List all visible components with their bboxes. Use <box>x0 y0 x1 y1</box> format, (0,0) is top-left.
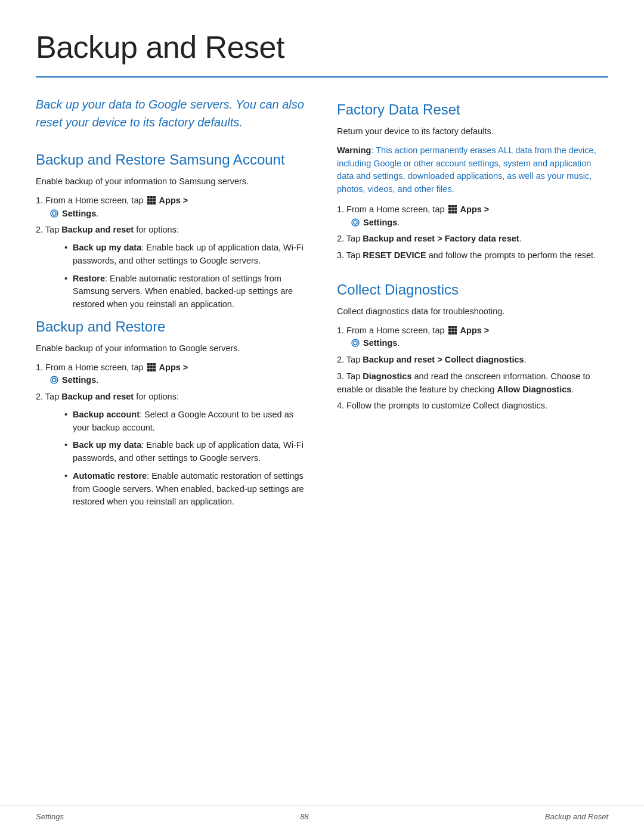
settings-icon-2 <box>49 375 59 385</box>
settings-icon-3 <box>351 218 360 227</box>
svg-rect-1 <box>150 196 153 199</box>
section-samsung-desc: Enable backup of your information to Sam… <box>36 175 307 188</box>
section-samsung-title: Backup and Restore Samsung Account <box>36 149 307 171</box>
svg-rect-5 <box>153 199 156 202</box>
footer-center: 88 <box>300 811 308 823</box>
page-container: Backup and Reset Back up your data to Go… <box>0 0 644 549</box>
google-bullet-1: Backup account: Select a Google Account … <box>66 408 307 435</box>
svg-rect-16 <box>153 366 156 368</box>
samsung-steps-list: 1. From a Home screen, tap Apps > Set <box>36 194 307 237</box>
samsung-bullet-1: Back up my data: Enable back up of appli… <box>66 241 307 268</box>
svg-rect-40 <box>451 332 454 335</box>
svg-rect-11 <box>147 363 150 366</box>
main-content: Back up your data to Google servers. You… <box>36 95 608 513</box>
svg-point-21 <box>51 376 58 383</box>
apps-icon-3 <box>448 205 457 214</box>
svg-rect-35 <box>454 326 457 329</box>
svg-rect-8 <box>153 202 156 205</box>
svg-rect-14 <box>147 366 150 368</box>
svg-rect-41 <box>454 332 457 335</box>
svg-rect-38 <box>454 329 457 332</box>
title-divider <box>36 76 608 78</box>
factory-step-3: 3. Tap RESET DEVICE and follow the promp… <box>337 249 608 262</box>
svg-rect-39 <box>448 332 451 335</box>
svg-rect-23 <box>451 205 454 208</box>
google-bullets: Backup account: Select a Google Account … <box>54 408 307 509</box>
svg-point-42 <box>354 341 357 345</box>
svg-rect-6 <box>147 202 150 205</box>
factory-reset-title: Factory Data Reset <box>337 99 608 120</box>
factory-steps-list: 1. From a Home screen, tap Apps > Settin… <box>337 203 608 262</box>
svg-rect-13 <box>153 363 156 366</box>
collect-step-4: 4. Follow the prompts to customize Colle… <box>337 400 608 413</box>
collect-step-1: 1. From a Home screen, tap Apps > Settin… <box>337 324 608 351</box>
section-google-desc: Enable backup of your information to Goo… <box>36 342 307 355</box>
svg-rect-36 <box>448 329 451 332</box>
svg-rect-19 <box>153 369 156 371</box>
svg-point-20 <box>52 378 56 382</box>
factory-warning-text: Warning: This action permanently erases … <box>337 144 608 196</box>
collect-step-2: 2. Tap Backup and reset > Collect diagno… <box>337 354 608 367</box>
svg-rect-34 <box>451 326 454 329</box>
svg-rect-33 <box>448 326 451 329</box>
page-title: Backup and Reset <box>36 24 608 70</box>
svg-rect-7 <box>150 202 153 205</box>
svg-rect-24 <box>454 205 457 208</box>
svg-rect-12 <box>150 363 153 366</box>
svg-rect-25 <box>448 208 451 210</box>
svg-rect-30 <box>454 211 457 213</box>
collect-diag-desc: Collect diagnostics data for troubleshoo… <box>337 305 608 318</box>
svg-rect-28 <box>448 211 451 213</box>
section-collect-diagnostics: Collect Diagnostics Collect diagnostics … <box>337 279 608 413</box>
section-google-backup: Backup and Restore Enable backup of your… <box>36 316 307 509</box>
google-bullet-2: Back up my data: Enable back up of appli… <box>66 439 307 465</box>
svg-point-9 <box>52 212 56 215</box>
samsung-bullets: Back up my data: Enable back up of appli… <box>54 241 307 311</box>
settings-icon-4 <box>351 338 360 348</box>
apps-icon <box>147 196 156 205</box>
svg-point-32 <box>352 219 359 226</box>
factory-reset-desc: Return your device to its factory defaul… <box>337 125 608 138</box>
svg-rect-37 <box>451 329 454 332</box>
footer-right: Backup and Reset <box>545 811 608 823</box>
svg-point-43 <box>352 339 359 346</box>
google-step-1: 1. From a Home screen, tap Apps > Set <box>36 361 307 388</box>
factory-step-2: 2. Tap Backup and reset > Factory data r… <box>337 233 608 246</box>
apps-icon-4 <box>448 326 457 335</box>
svg-rect-18 <box>150 369 153 371</box>
samsung-step-1: 1. From a Home screen, tap Apps > Set <box>36 194 307 221</box>
svg-rect-26 <box>451 208 454 210</box>
apps-icon-2 <box>147 363 156 372</box>
left-column: Back up your data to Google servers. You… <box>36 95 307 513</box>
svg-rect-15 <box>150 366 153 368</box>
settings-icon <box>49 209 59 218</box>
svg-point-10 <box>51 210 58 217</box>
footer: Settings 88 Backup and Reset <box>0 806 644 823</box>
svg-rect-17 <box>147 369 150 371</box>
google-bullet-3: Automatic restore: Enable automatic rest… <box>66 470 307 509</box>
factory-step-1: 1. From a Home screen, tap Apps > Settin… <box>337 203 608 230</box>
section-google-title: Backup and Restore <box>36 316 307 337</box>
svg-rect-2 <box>153 196 156 199</box>
google-step-2: 2. Tap Backup and reset for options: <box>36 391 307 404</box>
samsung-bullet-2: Restore: Enable automatic restoration of… <box>66 272 307 311</box>
svg-rect-3 <box>147 199 150 202</box>
section-factory-reset: Factory Data Reset Return your device to… <box>337 99 608 262</box>
section-samsung-backup: Backup and Restore Samsung Account Enabl… <box>36 149 307 311</box>
svg-rect-27 <box>454 208 457 210</box>
collect-diag-title: Collect Diagnostics <box>337 279 608 301</box>
right-column: Factory Data Reset Return your device to… <box>337 95 608 417</box>
footer-left: Settings <box>36 811 64 823</box>
svg-rect-22 <box>448 205 451 208</box>
google-steps-list: 1. From a Home screen, tap Apps > Set <box>36 361 307 404</box>
svg-point-31 <box>354 221 357 224</box>
intro-text: Back up your data to Google servers. You… <box>36 95 307 131</box>
svg-rect-4 <box>150 199 153 202</box>
collect-steps-list: 1. From a Home screen, tap Apps > Settin… <box>337 324 608 413</box>
samsung-step-2: 2. Tap Backup and reset for options: <box>36 224 307 237</box>
collect-step-3: 3. Tap Diagnostics and read the onscreen… <box>337 370 608 397</box>
svg-rect-0 <box>147 196 150 199</box>
svg-rect-29 <box>451 211 454 213</box>
